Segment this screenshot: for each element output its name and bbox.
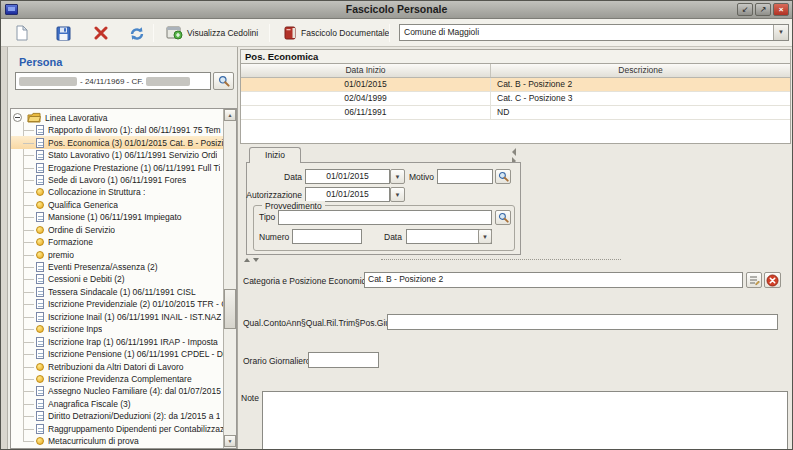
orario-giornaliero-field[interactable]	[308, 352, 379, 368]
maximize-button[interactable]: ↗	[755, 3, 771, 16]
tree-item[interactable]: Pos. Economica (3) 01/01/2015 Cat. B - P…	[11, 136, 223, 148]
fascicolo-personale-window: Fascicolo Personale ↙ ↗ ×	[0, 0, 793, 450]
sphere-icon	[36, 201, 44, 209]
ente-combobox[interactable]: Comune di Maggioli ▼	[399, 24, 789, 41]
ente-combobox-value: Comune di Maggioli	[404, 27, 479, 37]
tree-scrollbar[interactable]: ▲ ▼	[223, 109, 236, 448]
save-button[interactable]	[51, 22, 75, 44]
scroll-down-icon[interactable]: ▼	[224, 435, 236, 447]
refresh-button[interactable]	[125, 22, 149, 44]
left-splitter[interactable]	[1, 47, 8, 449]
toolbar-separator	[389, 24, 390, 42]
fascicolo-documentale-label: Fascicolo Documentale	[301, 28, 389, 38]
tree-item[interactable]: Diritto Detrazioni/Deduzioni (2): da 1/2…	[11, 410, 223, 422]
tree-collapse-toggle-icon[interactable]	[13, 113, 22, 122]
tree-item[interactable]: Iscrizione Pensione (1) 06/11/1991 CPDEL…	[11, 348, 223, 360]
tree-item[interactable]: Assegno Nucleo Familiare (4): dal 01/07/…	[11, 385, 223, 397]
tipo-label: Tipo	[259, 212, 275, 222]
table-row[interactable]: 01/01/2015 Cat. B - Posizione 2	[241, 78, 790, 92]
delete-button[interactable]	[89, 22, 113, 44]
scroll-up-icon[interactable]: ▲	[224, 109, 236, 121]
persona-search-input[interactable]: - 24/11/1969 - CF.	[15, 72, 211, 90]
tree-item[interactable]: Collocazione in Struttura :	[11, 186, 223, 198]
new-button[interactable]	[9, 22, 33, 44]
restore-button[interactable]: ↙	[737, 3, 753, 16]
horizontal-splitter-arrows[interactable]	[244, 256, 259, 265]
tree-item[interactable]: Tessera Sindacale (1) 06/11/1991 CISL	[11, 286, 223, 298]
document-icon	[36, 386, 44, 396]
tab-scroll-arrows[interactable]	[511, 147, 519, 163]
categoria-field[interactable]: Cat. B - Posizione 2	[364, 272, 743, 288]
tree-root-label: Linea Lavorativa	[45, 113, 107, 123]
tipo-search-button[interactable]	[495, 210, 511, 225]
categoria-edit-list-button[interactable]	[746, 272, 762, 288]
fascicolo-documentale-button[interactable]: Fascicolo Documentale	[281, 22, 392, 44]
tree-item[interactable]: Cessioni e Debiti (2)	[11, 273, 223, 285]
pos-economica-rows: 01/01/2015 Cat. B - Posizione 2 02/04/19…	[241, 78, 790, 120]
search-icon	[498, 171, 509, 182]
column-header-data-inizio[interactable]: Data Inizio	[241, 64, 491, 77]
tree-item[interactable]: Mansione (1) 06/11/1991 Impiegato	[11, 211, 223, 223]
persona-search-button[interactable]	[213, 72, 234, 90]
tree-item[interactable]: Eventi Presenza/Assenza (2)	[11, 261, 223, 273]
save-icon	[56, 26, 71, 41]
numero-field[interactable]	[292, 229, 362, 244]
tree-item[interactable]: Erogazione Prestazione (1) 06/11/1991 Fu…	[11, 161, 223, 173]
sphere-icon	[36, 375, 44, 383]
motivo-search-button[interactable]	[495, 169, 511, 184]
scrollbar-thumb[interactable]	[224, 289, 236, 329]
tree-item[interactable]: Retribuzioni da Altri Datori di Lavoro	[11, 360, 223, 372]
provvedimento-data-dropdown-icon[interactable]: ▼	[478, 229, 492, 244]
sphere-icon	[36, 188, 44, 196]
tree-item[interactable]: Qualifica Generica	[11, 199, 223, 211]
tree-item[interactable]: premio	[11, 248, 223, 260]
autorizzazione-dropdown-icon[interactable]: ▼	[390, 187, 405, 202]
qualifica-field[interactable]	[387, 314, 778, 330]
note-textarea[interactable]	[262, 391, 788, 450]
table-row[interactable]: 06/11/1991 ND	[241, 106, 790, 120]
tree-item[interactable]: Iscrizione Inps	[11, 323, 223, 335]
tree-item[interactable]: Stato Lavorativo (1) 06/11/1991 Servizio…	[11, 149, 223, 161]
motivo-label: Motivo	[409, 172, 434, 182]
categoria-clear-button[interactable]	[764, 272, 781, 288]
document-icon	[36, 299, 44, 309]
tab-scroll-left-icon[interactable]	[512, 148, 516, 156]
tree-item[interactable]: Iscrizione Previdenza Complementare	[11, 373, 223, 385]
table-row[interactable]: 02/04/1999 Cat. C - Posizione 3	[241, 92, 790, 106]
autorizzazione-field[interactable]: 01/01/2015	[305, 187, 390, 202]
tree-item[interactable]: Iscrizione Previdenziale (2) 01/10/2015 …	[11, 298, 223, 310]
cell-data-inizio: 02/04/1999	[241, 92, 491, 105]
tree-item[interactable]: Raggruppamento Dipendenti per Contabiliz…	[11, 423, 223, 435]
tree-root-linea-lavorativa[interactable]: Linea Lavorativa	[11, 111, 223, 124]
search-icon	[498, 212, 509, 223]
chevron-down-icon[interactable]: ▼	[773, 25, 788, 40]
close-button[interactable]: ×	[773, 3, 789, 16]
motivo-field[interactable]	[437, 169, 493, 184]
titlebar[interactable]: Fascicolo Personale ↙ ↗ ×	[1, 1, 792, 19]
tree-item[interactable]: Rapporto di lavoro (1): dal 06/11/1991 7…	[11, 124, 223, 136]
tree-item[interactable]: Ordine di Servizio	[11, 224, 223, 236]
autorizzazione-label: Autorizzazione	[246, 190, 302, 200]
toolbar-separator	[269, 24, 270, 42]
cell-data-inizio: 06/11/1991	[241, 106, 491, 119]
data-dropdown-icon[interactable]: ▼	[390, 169, 405, 184]
document-icon	[36, 424, 44, 434]
tree-item[interactable]: Metacurriculum di prova	[11, 435, 223, 447]
visualizza-cedolini-button[interactable]: Visualizza Cedolini	[163, 22, 261, 44]
tree-item[interactable]: Formazione	[11, 236, 223, 248]
horizontal-splitter[interactable]	[381, 259, 621, 260]
tipo-field[interactable]	[278, 210, 492, 225]
splitter-down-icon[interactable]	[253, 258, 259, 265]
tree-item[interactable]: Anagrafica Fiscale (3)	[11, 398, 223, 410]
tab-inizio[interactable]: Inizio	[249, 147, 301, 163]
tree-item[interactable]: Iscrizione Irap (1) 06/11/1991 IRAP - Im…	[11, 335, 223, 347]
clear-x-icon	[766, 274, 779, 287]
column-header-descrizione[interactable]: Descrizione	[491, 64, 790, 77]
tree-item[interactable]: Sede di Lavoro (1) 06/11/1991 Fores	[11, 174, 223, 186]
cell-data-inizio: 01/01/2015	[241, 78, 491, 91]
sphere-icon	[36, 226, 44, 234]
redacted-cf	[146, 77, 190, 86]
tree-item[interactable]: Iscrizione Inail (1) 06/11/1991 INAIL - …	[11, 311, 223, 323]
data-field[interactable]: 01/01/2015	[305, 169, 390, 184]
splitter-up-icon[interactable]	[244, 255, 250, 262]
